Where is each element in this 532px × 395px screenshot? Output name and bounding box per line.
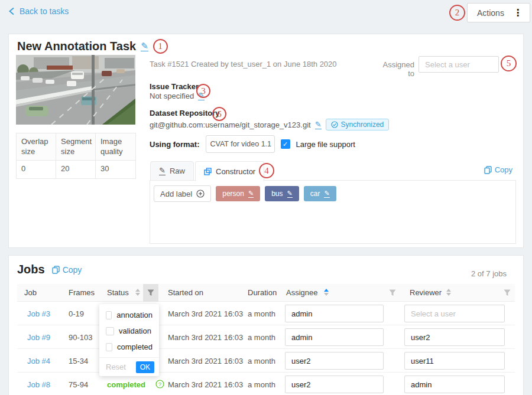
- job-link[interactable]: Job #8: [27, 380, 50, 389]
- edit-repository-icon[interactable]: ✎: [315, 120, 322, 129]
- add-label-button[interactable]: Add label: [154, 185, 211, 202]
- dataset-repository-label: Dataset Repository: [150, 109, 219, 117]
- assignee-filter-icon[interactable]: [385, 284, 400, 302]
- sync-status-badge: Synchronized: [326, 119, 390, 130]
- edit-label-icon[interactable]: ✎: [287, 190, 293, 198]
- filter-option-annotation[interactable]: annotation: [99, 307, 159, 323]
- job-frames: 90-103: [69, 333, 92, 342]
- edit-label-icon[interactable]: ✎: [324, 190, 329, 198]
- labels-copy-label: Copy: [495, 165, 512, 174]
- checkbox-unchecked[interactable]: [106, 343, 112, 351]
- reviewer-filter-icon[interactable]: [499, 284, 515, 302]
- checkbox-unchecked[interactable]: [106, 327, 114, 335]
- assignee-sorter[interactable]: [324, 289, 329, 296]
- jobs-copy-link[interactable]: Copy: [52, 265, 82, 275]
- callout-6: 6: [212, 107, 226, 121]
- job-reviewer-input[interactable]: [404, 352, 505, 370]
- label-chip-car[interactable]: car ✎: [304, 186, 336, 201]
- labels-editor: ✎ Raw Constructor Copy 4 Add label: [150, 161, 516, 244]
- cvat-task-page: Back to tasks 2 Actions ⋮ New Annotation…: [0, 0, 532, 395]
- task-title-row: New Annotation Task ✎ 1: [17, 39, 168, 54]
- jobs-count: 2 of 7 jobs: [471, 269, 507, 278]
- status-filter-icon[interactable]: [143, 284, 158, 302]
- job-started: March 3rd 2021 16:03: [168, 380, 243, 389]
- job-assignee-input[interactable]: [285, 376, 384, 393]
- issue-tracker-label: Issue Tracker: [150, 82, 199, 91]
- check-circle-icon: [331, 121, 338, 128]
- job-link[interactable]: Job #4: [27, 357, 50, 365]
- job-assignee-input[interactable]: [285, 352, 384, 370]
- job-duration: a month: [248, 333, 275, 342]
- job-started: March 3rd 2021 16:03: [168, 309, 243, 318]
- task-preview-image: [16, 55, 135, 125]
- format-row: Using format: CVAT for video 1.1 ✓ Large…: [150, 135, 355, 153]
- label-name: car: [310, 190, 320, 198]
- constructor-panel: Add label person ✎ bus ✎ car ✎: [150, 181, 516, 244]
- tab-raw[interactable]: ✎ Raw: [150, 161, 194, 181]
- actions-label: Actions: [477, 8, 504, 18]
- checkbox-unchecked[interactable]: [106, 311, 112, 319]
- tab-constructor-label: Constructor: [216, 167, 255, 176]
- jobs-table-header: Job Frames Status Started on Duration As…: [17, 284, 515, 302]
- using-format-label: Using format:: [150, 140, 200, 149]
- job-started: March 3rd 2021 16:03: [168, 333, 243, 342]
- param-header: Segment size: [56, 133, 96, 161]
- filter-ok-button[interactable]: OK: [136, 361, 154, 373]
- label-chip-person[interactable]: person ✎: [216, 186, 260, 201]
- svg-text:?: ?: [158, 381, 161, 387]
- label-name: person: [222, 190, 244, 198]
- job-reviewer-input[interactable]: [404, 328, 505, 346]
- status-sorter[interactable]: [135, 289, 140, 296]
- jobs-title: Jobs: [17, 263, 45, 276]
- task-assignee-input[interactable]: [419, 56, 499, 73]
- job-frames: 75-94: [69, 380, 88, 389]
- job-row: Job #9 90-103 March 3rd 2021 16:03 a mon…: [17, 325, 515, 349]
- kebab-menu-icon: ⋮: [513, 8, 523, 18]
- param-header: Overlap size: [17, 133, 56, 161]
- param-value: 20: [56, 161, 96, 178]
- job-reviewer-input[interactable]: [404, 305, 505, 322]
- callout-5: 5: [501, 56, 517, 71]
- label-chip-bus[interactable]: bus ✎: [265, 186, 299, 201]
- col-job: Job: [24, 288, 37, 297]
- filter-option-validation[interactable]: validation: [99, 323, 159, 339]
- reviewer-sorter[interactable]: [446, 289, 451, 296]
- param-value: 30: [96, 161, 135, 178]
- callout-2: 2: [449, 5, 465, 21]
- col-assignee: Assignee: [286, 288, 317, 297]
- job-assignee-input[interactable]: [285, 305, 384, 322]
- tab-raw-label: Raw: [170, 167, 185, 175]
- job-frames: 0-19: [69, 309, 84, 318]
- tab-constructor[interactable]: Constructor: [195, 161, 264, 181]
- job-duration: a month: [248, 357, 275, 365]
- jobs-copy-label: Copy: [63, 265, 82, 275]
- job-assignee-input[interactable]: [285, 328, 384, 346]
- filter-reset-button[interactable]: Reset: [106, 363, 126, 371]
- filter-option-completed[interactable]: completed: [99, 339, 159, 355]
- actions-button[interactable]: Actions ⋮: [467, 3, 530, 22]
- param-header: Image quality: [96, 133, 135, 161]
- labels-copy-link[interactable]: Copy: [484, 165, 512, 174]
- param-value: 0: [17, 161, 56, 178]
- job-duration: a month: [248, 309, 275, 318]
- question-circle-icon[interactable]: ?: [155, 380, 164, 390]
- large-file-support-checkbox[interactable]: ✓: [281, 139, 290, 149]
- task-meta: Task #1521 Created by test_user_1 on Jun…: [150, 60, 337, 68]
- large-file-support-label: Large file support: [296, 140, 355, 149]
- edit-label-icon[interactable]: ✎: [248, 190, 254, 198]
- job-frames: 15-34: [69, 357, 88, 365]
- plus-circle-icon: [196, 190, 205, 198]
- edit-title-icon[interactable]: ✎: [141, 41, 148, 51]
- job-link[interactable]: Job #3: [27, 309, 50, 318]
- job-row: Job #8 75-94 completed ? March 3rd 2021 …: [17, 373, 515, 395]
- dataset-repository-url[interactable]: git@github.com:username/git_storage_v123…: [150, 120, 311, 129]
- format-select[interactable]: CVAT for video 1.1: [206, 135, 275, 153]
- job-row: Job #4 15-34 March 3rd 2021 16:03 a mont…: [17, 349, 515, 373]
- chevron-left-icon: [8, 7, 15, 15]
- job-reviewer-input[interactable]: [404, 376, 505, 393]
- callout-3: 3: [196, 84, 210, 98]
- back-to-tasks-link[interactable]: Back to tasks: [8, 6, 69, 16]
- job-link[interactable]: Job #9: [27, 333, 50, 342]
- raw-edit-icon: ✎: [159, 167, 166, 175]
- task-title: New Annotation Task: [17, 40, 136, 53]
